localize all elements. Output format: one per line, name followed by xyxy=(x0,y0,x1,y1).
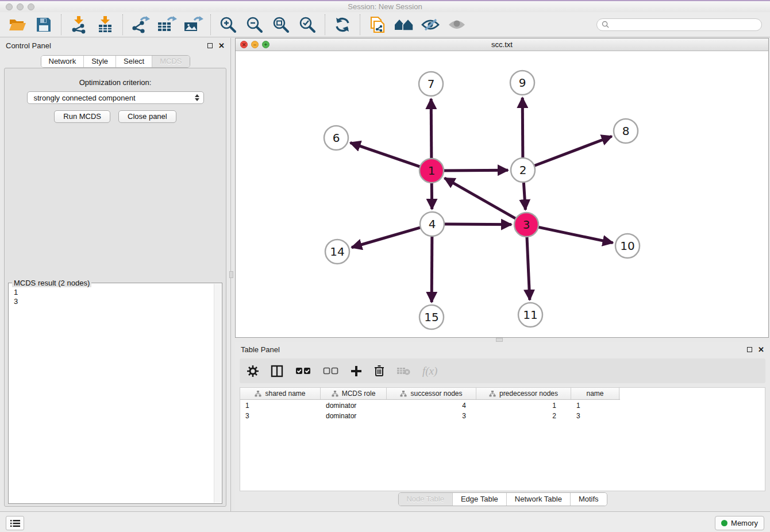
import-table-icon[interactable] xyxy=(95,15,116,34)
tab-node-table[interactable]: Node Table xyxy=(398,493,452,506)
horizontal-splitter-handle[interactable] xyxy=(496,338,503,342)
export-image-icon[interactable] xyxy=(183,15,203,34)
close-window-icon[interactable] xyxy=(6,3,13,10)
minimize-view-icon[interactable]: − xyxy=(251,41,259,48)
tab-network-table[interactable]: Network Table xyxy=(506,493,570,506)
graph-node-6[interactable]: 6 xyxy=(324,126,348,150)
edge-2-3[interactable] xyxy=(523,181,525,210)
optimization-criterion-select[interactable]: strongly connected component xyxy=(27,91,204,104)
network-view-title: scc.txt xyxy=(491,40,513,49)
graph-node-2[interactable]: 2 xyxy=(511,158,535,182)
tab-mcds[interactable]: MCDS xyxy=(152,56,189,67)
edge-3-10[interactable] xyxy=(537,227,613,243)
vertical-splitter-handle[interactable] xyxy=(229,271,233,278)
float-table-panel-icon[interactable] xyxy=(747,347,752,352)
hide-eye-icon[interactable] xyxy=(420,15,441,34)
graph-node-3[interactable]: 3 xyxy=(514,213,538,237)
search-input[interactable] xyxy=(612,20,757,29)
edge-4-14[interactable] xyxy=(352,227,422,247)
edge-4-3[interactable] xyxy=(443,224,511,225)
close-table-panel-icon[interactable]: ✕ xyxy=(758,347,764,352)
node-label-6: 6 xyxy=(333,131,340,145)
graph-node-1[interactable]: 1 xyxy=(419,159,444,183)
zoom-fit-icon[interactable] xyxy=(271,15,291,34)
open-file-icon[interactable] xyxy=(7,15,28,34)
hide-columns-icon[interactable] xyxy=(323,367,338,375)
edge-1-2[interactable] xyxy=(442,170,508,171)
graph-node-4[interactable]: 4 xyxy=(420,212,444,236)
memory-label: Memory xyxy=(731,519,758,527)
search-icon xyxy=(602,21,609,28)
graph-node-15[interactable]: 15 xyxy=(419,305,444,329)
network-window-titlebar[interactable]: ✕ − + scc.txt xyxy=(236,38,768,51)
zoom-in-icon[interactable] xyxy=(218,15,238,34)
run-mcds-button[interactable]: Run MCDS xyxy=(54,110,110,123)
node-label-11: 11 xyxy=(523,308,537,322)
minimize-window-icon[interactable] xyxy=(17,3,24,10)
tab-select[interactable]: Select xyxy=(116,56,152,67)
maximize-view-icon[interactable]: + xyxy=(262,41,270,48)
maximize-window-icon[interactable] xyxy=(28,3,34,10)
table-header-row: shared name MCDS role successor nodes pr… xyxy=(240,388,620,400)
edge-4-15[interactable] xyxy=(432,235,432,302)
refresh-network-icon[interactable] xyxy=(332,15,353,34)
window-traffic-lights[interactable] xyxy=(6,3,34,10)
column-header-shared-name[interactable]: shared name xyxy=(240,388,321,399)
main-toolbar xyxy=(0,12,770,37)
split-columns-icon[interactable] xyxy=(271,365,283,377)
float-panel-icon[interactable] xyxy=(207,43,213,48)
tab-edge-table[interactable]: Edge Table xyxy=(452,493,506,506)
edge-2-9[interactable] xyxy=(522,98,523,159)
tab-network[interactable]: Network xyxy=(41,56,83,67)
graph-node-9[interactable]: 9 xyxy=(510,71,534,95)
close-panel-icon[interactable]: ✕ xyxy=(218,43,225,48)
select-chevrons-icon xyxy=(195,94,199,101)
control-panel: Control Panel ✕ Network Style Select MCD… xyxy=(0,38,231,511)
add-column-icon[interactable] xyxy=(351,365,362,377)
graph-node-14[interactable]: 14 xyxy=(325,240,349,264)
copy-network-icon[interactable] xyxy=(367,15,388,34)
import-network-icon[interactable] xyxy=(68,15,89,34)
column-header-successor-nodes[interactable]: successor nodes xyxy=(387,388,476,399)
tab-motifs[interactable]: Motifs xyxy=(570,493,607,506)
network-canvas[interactable]: 7968124314101511 xyxy=(236,51,768,337)
memory-button[interactable]: Memory xyxy=(715,516,764,530)
graph-node-10[interactable]: 10 xyxy=(615,234,640,258)
edge-1-4[interactable] xyxy=(432,182,432,209)
houses-icon[interactable] xyxy=(394,15,414,34)
table-row[interactable]: 1 dominator 4 1 1 xyxy=(240,401,765,410)
node-label-14: 14 xyxy=(330,245,344,259)
hierarchy-icon xyxy=(255,391,261,397)
search-box[interactable] xyxy=(596,18,762,31)
edge-3-11[interactable] xyxy=(527,236,530,300)
edge-1-6[interactable] xyxy=(351,142,421,167)
mcds-panel: Optimization criterion: strongly connect… xyxy=(4,68,226,507)
trash-icon[interactable] xyxy=(374,365,384,377)
graph-node-7[interactable]: 7 xyxy=(419,72,443,96)
close-panel-button[interactable]: Close panel xyxy=(118,110,176,123)
export-table-icon[interactable] xyxy=(156,15,177,34)
edge-1-7[interactable] xyxy=(431,99,432,160)
zoom-out-icon[interactable] xyxy=(244,15,265,34)
zoom-selected-icon[interactable] xyxy=(297,15,318,34)
mcds-result-box[interactable]: MCDS result (2 nodes) 1 3 xyxy=(8,283,222,504)
mcds-result-line: 1 xyxy=(14,288,217,297)
save-session-icon[interactable] xyxy=(33,15,54,34)
graph-node-11[interactable]: 11 xyxy=(518,303,542,327)
tab-style[interactable]: Style xyxy=(83,56,116,67)
column-header-predecessor-nodes[interactable]: predecessor nodes xyxy=(476,388,571,399)
edge-3-1[interactable] xyxy=(445,178,517,219)
task-history-button[interactable] xyxy=(6,516,24,530)
hierarchy-icon xyxy=(400,391,407,397)
gear-icon[interactable] xyxy=(247,365,259,377)
column-header-name[interactable]: name xyxy=(571,388,619,399)
export-network-icon[interactable] xyxy=(130,15,151,34)
table-row[interactable]: 3 dominator 3 2 3 xyxy=(240,411,765,421)
cell-successor-nodes: 4 xyxy=(387,402,476,410)
close-view-icon[interactable]: ✕ xyxy=(240,41,248,48)
result-scrollbar[interactable] xyxy=(214,284,221,503)
edge-2-8[interactable] xyxy=(533,136,612,166)
graph-node-8[interactable]: 8 xyxy=(614,119,638,143)
show-columns-icon[interactable] xyxy=(295,367,311,375)
column-header-mcds-role[interactable]: MCDS role xyxy=(321,388,387,399)
